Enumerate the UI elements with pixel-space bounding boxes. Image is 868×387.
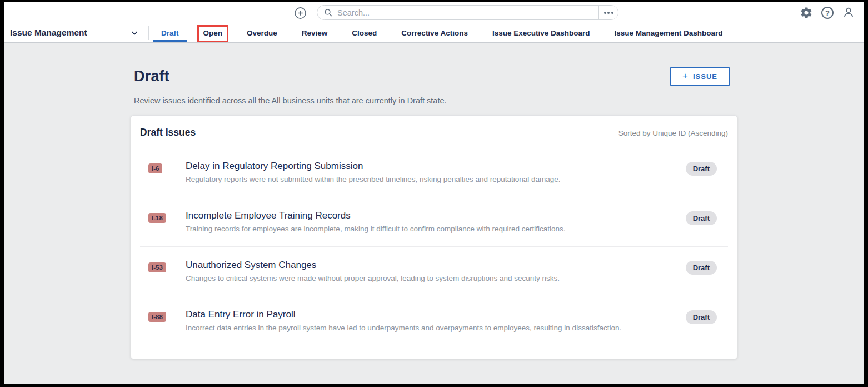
page-subtitle: Review issues identified across all the … [131,96,737,105]
tab-review[interactable]: Review [290,23,340,42]
tab-issue-executive-dashboard[interactable]: Issue Executive Dashboard [480,23,602,42]
app-switcher-dropdown[interactable]: Issue Management [4,23,148,42]
tab-open[interactable]: Open [191,23,235,42]
help-icon[interactable]: ? [821,7,834,19]
tab-issue-management-dashboard[interactable]: Issue Management Dashboard [602,23,735,42]
app-title: Issue Management [10,28,87,38]
topbar-actions: ? [800,2,855,23]
tab-corrective-actions[interactable]: Corrective Actions [389,23,480,42]
tab-overdue[interactable]: Overdue [235,23,290,42]
issue-id-badge: I-18 [148,213,166,223]
issue-title-link[interactable]: Unauthorized System Changes [186,260,686,271]
issue-description: Changes to critical systems were made wi… [186,274,686,282]
issue-title-link[interactable]: Data Entry Error in Payroll [186,309,686,320]
issue-id-badge: I-6 [148,163,162,173]
plus-icon: + [682,71,689,82]
status-badge: Draft [686,162,717,176]
chevron-down-icon [129,28,139,38]
issue-description: Incorrect data entries in the payroll sy… [186,324,686,332]
card-title: Draft Issues [140,127,196,138]
tab-closed[interactable]: Closed [340,23,389,42]
issue-id-badge: I-53 [148,262,166,272]
issue-title-link[interactable]: Incomplete Employee Training Records [186,210,686,221]
issue-id-badge: I-88 [148,312,166,322]
search-icon [323,8,333,17]
issue-description: Training records for employees are incom… [186,225,686,233]
issue-row: I-18 Incomplete Employee Training Record… [140,197,728,247]
top-bar: ? [4,2,864,23]
issue-list: I-6 Delay in Regulatory Reporting Submis… [140,148,728,346]
page-title: Draft [134,68,169,85]
global-search [317,5,618,20]
tab-draft[interactable]: Draft [149,23,191,42]
gear-icon[interactable] [800,6,813,19]
ellipsis-icon [604,12,606,14]
search-options-button[interactable] [598,6,618,19]
status-badge: Draft [686,261,717,275]
status-badge: Draft [686,211,717,225]
issue-description: Regulatory reports were not submitted wi… [186,175,686,183]
issue-row: I-88 Data Entry Error in Payroll Incorre… [140,296,728,346]
add-new-icon[interactable] [294,7,307,19]
add-issue-button[interactable]: + ISSUE [670,67,730,86]
user-icon[interactable] [842,6,855,19]
issue-row: I-53 Unauthorized System Changes Changes… [140,247,728,296]
draft-issues-card: Draft Issues Sorted by Unique ID (Ascend… [131,115,737,359]
nav-tabs: Draft Open Overdue Review Closed Correct… [149,23,735,42]
add-issue-button-label: ISSUE [693,72,717,81]
search-input[interactable] [337,6,598,19]
issue-row: I-6 Delay in Regulatory Reporting Submis… [140,148,728,197]
sort-order-label: Sorted by Unique ID (Ascending) [618,129,728,137]
issue-title-link[interactable]: Delay in Regulatory Reporting Submission [186,161,686,172]
main-content: Draft + ISSUE Review issues identified a… [4,43,864,384]
status-badge: Draft [686,310,717,324]
nav-bar: Issue Management Draft Open Overdue Revi… [4,23,864,43]
